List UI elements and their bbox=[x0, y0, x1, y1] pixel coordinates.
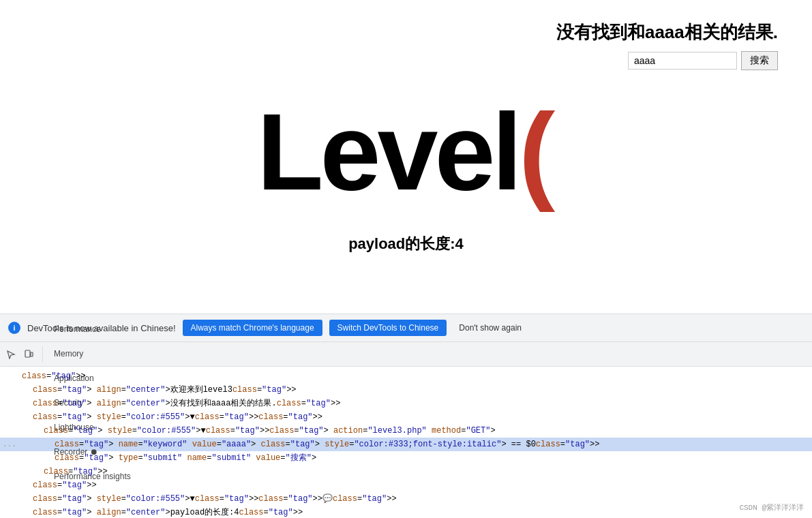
code-lines-container: class="tag">>class="tag"> align="center"… bbox=[0, 369, 812, 518]
code-line-1: class="tag"> align="center">欢迎来到level3cl… bbox=[0, 383, 812, 397]
search-button[interactable]: 搜索 bbox=[741, 51, 778, 70]
svg-rect-0 bbox=[25, 350, 30, 357]
code-line-9: class="tag"> style="color:#555">▼class="… bbox=[0, 492, 812, 506]
device-icon[interactable] bbox=[20, 346, 37, 363]
devtools-elements-panel: class="tag">>class="tag"> align="center"… bbox=[0, 367, 812, 518]
code-content: class="tag"> style="color:#555">▼class="… bbox=[16, 411, 322, 423]
code-line-3: class="tag"> style="color:#555">▼class="… bbox=[0, 410, 812, 424]
code-content: class="tag"> type="submit" name="submit"… bbox=[16, 452, 316, 464]
watermark: CSDN @紫洋洋洋洋 bbox=[739, 502, 804, 513]
cursor-icon[interactable] bbox=[3, 346, 19, 363]
code-content: class="tag">> bbox=[16, 479, 97, 491]
code-content: class="tag">> bbox=[16, 466, 108, 478]
page-content: 没有找到和aaaa相关的结果. 搜索 Level ( payload的长度:4 bbox=[0, 0, 812, 275]
code-content: class="tag"> align="center">payload的长度:4… bbox=[16, 506, 303, 518]
code-line-2: class="tag"> align="center">没有找到和aaaa相关的… bbox=[0, 397, 812, 410]
logo-area: Level ( bbox=[27, 84, 785, 220]
always-match-button[interactable]: Always match Chrome's language bbox=[183, 320, 322, 336]
search-input[interactable] bbox=[628, 52, 737, 70]
no-result-heading: 没有找到和aaaa相关的结果. bbox=[27, 14, 785, 51]
info-icon: i bbox=[8, 322, 20, 334]
logo-level-text: Level bbox=[257, 97, 519, 207]
code-content: class="tag"> align="center">没有找到和aaaa相关的… bbox=[16, 397, 340, 410]
code-content: class="tag"> style="color:#555">▼class="… bbox=[16, 493, 397, 505]
code-content: class="tag"> style="color:#555">▼class="… bbox=[16, 425, 496, 437]
devtools-tab-performance[interactable]: Performance bbox=[46, 318, 139, 342]
logo-paren: ( bbox=[519, 97, 555, 207]
switch-chinese-button[interactable]: Switch DevTools to Chinese bbox=[329, 320, 447, 336]
dont-show-button[interactable]: Don't show again bbox=[453, 320, 527, 336]
code-line-5: ...class="tag"> name="keyword" value="aa… bbox=[0, 438, 812, 451]
code-content: class="tag"> align="center">欢迎来到level3cl… bbox=[16, 384, 297, 396]
payload-length-text: payload的长度:4 bbox=[27, 220, 785, 261]
devtools-tab-memory[interactable]: Memory bbox=[46, 342, 139, 367]
code-line-6: class="tag"> type="submit" name="submit"… bbox=[0, 451, 812, 465]
devtools-tabs-bar: ElementsConsoleSourcesNetworkPerformance… bbox=[0, 342, 812, 367]
code-line-4: class="tag"> style="color:#555">▼class="… bbox=[0, 424, 812, 438]
code-content: class="tag"> name="keyword" value="aaaa"… bbox=[16, 438, 599, 451]
code-content: class="tag">> bbox=[16, 370, 86, 382]
svg-rect-1 bbox=[31, 352, 33, 356]
line-dots: ... bbox=[3, 438, 16, 451]
code-line-10: class="tag"> align="center">payload的长度:4… bbox=[0, 506, 812, 518]
browser-page: 没有找到和aaaa相关的结果. 搜索 Level ( payload的长度:4 bbox=[0, 0, 812, 314]
search-area: 搜索 bbox=[27, 51, 785, 84]
devtools-toolbar bbox=[3, 346, 43, 363]
